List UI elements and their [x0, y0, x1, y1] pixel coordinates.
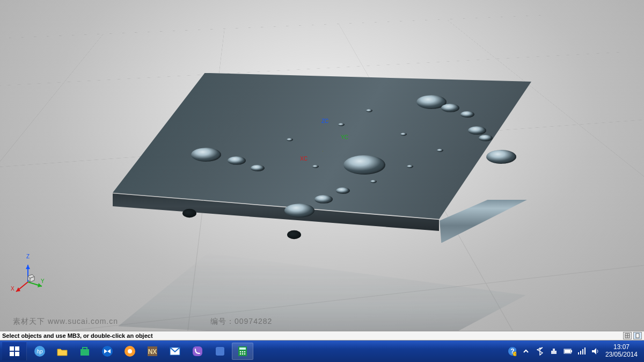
- plate-hole-small[interactable]: [366, 109, 373, 112]
- svg-rect-18: [636, 334, 639, 338]
- store-icon: [78, 345, 91, 358]
- taskbar-app-store[interactable]: [74, 343, 96, 360]
- nx-icon: NX: [146, 345, 159, 358]
- plate-hole-small[interactable]: [400, 133, 407, 136]
- plate-hole[interactable]: [485, 149, 517, 164]
- axis-z-label: Z: [26, 254, 30, 259]
- svg-rect-36: [216, 347, 224, 356]
- svg-rect-53: [565, 350, 570, 353]
- media-icon: [123, 345, 136, 358]
- taskbar-app-outlook[interactable]: [164, 343, 186, 360]
- svg-point-31: [128, 349, 132, 353]
- svg-rect-57: [584, 347, 586, 354]
- svg-rect-56: [582, 349, 583, 354]
- svg-rect-19: [10, 346, 14, 351]
- work-csys[interactable]: ZC YC XC: [323, 146, 323, 153]
- svg-rect-35: [193, 346, 202, 356]
- svg-point-39: [240, 351, 241, 353]
- clock-date: 23/05/2014: [605, 351, 638, 359]
- taskbar-app-nx[interactable]: NX: [142, 343, 163, 360]
- tray-battery-icon[interactable]: [564, 347, 572, 356]
- tray-chevron-up-icon[interactable]: [522, 347, 530, 356]
- windows-taskbar[interactable]: hp NX ?! 13:07 23/05/2014: [0, 341, 644, 362]
- svg-point-43: [242, 353, 244, 355]
- taskbar-app-viber[interactable]: [187, 343, 208, 360]
- svg-rect-50: [553, 349, 555, 351]
- svg-rect-54: [578, 352, 579, 354]
- start-button[interactable]: [2, 342, 27, 360]
- system-tray[interactable]: ?! 13:07 23/05/2014: [508, 344, 642, 359]
- svg-rect-21: [10, 352, 14, 356]
- svg-rect-38: [239, 347, 246, 350]
- clock-time: 13:07: [605, 344, 638, 351]
- viber-icon: [191, 345, 204, 358]
- axis-z-label: ZC: [321, 118, 328, 124]
- taskbar-app-media[interactable]: [119, 343, 141, 360]
- status-prompt: Select objects and use MB3, or double-cl…: [2, 332, 153, 339]
- svg-rect-49: [551, 351, 557, 354]
- plate-hole-small[interactable]: [287, 138, 294, 141]
- plate-side-hole[interactable]: [287, 230, 301, 239]
- taskbar-clock[interactable]: 13:07 23/05/2014: [605, 344, 638, 359]
- plate-hole-small[interactable]: [437, 149, 444, 152]
- cad-plate-model[interactable]: [113, 73, 531, 245]
- taskbar-app-calculator[interactable]: [232, 343, 253, 360]
- grid-icon: [625, 333, 630, 338]
- plate-hole-small[interactable]: [407, 165, 414, 168]
- calculator-icon: [236, 345, 249, 358]
- svg-rect-52: [571, 350, 572, 352]
- axis-x-label: XC: [300, 156, 308, 162]
- page-icon: [635, 333, 640, 338]
- axis-x-label: X: [11, 286, 14, 292]
- plate-hole-small[interactable]: [312, 165, 319, 168]
- svg-point-40: [242, 351, 244, 353]
- tray-volume-icon[interactable]: [591, 347, 600, 356]
- teamviewer-icon: [101, 345, 114, 358]
- svg-rect-55: [580, 351, 581, 354]
- axis-y-label: Y: [41, 278, 45, 284]
- svg-text:hp: hp: [36, 349, 43, 354]
- svg-rect-20: [15, 346, 19, 351]
- view-triad[interactable]: Z Y X: [13, 262, 43, 292]
- windows-logo-icon: [9, 345, 20, 357]
- tray-wifi-icon[interactable]: [577, 347, 586, 356]
- svg-point-42: [240, 353, 241, 355]
- plate-hole-small[interactable]: [370, 180, 377, 183]
- svg-text:NX: NX: [148, 348, 157, 356]
- app-icon: [214, 345, 226, 358]
- tray-bluetooth-icon[interactable]: [536, 347, 544, 356]
- svg-marker-58: [592, 348, 596, 354]
- status-toggle-2[interactable]: [633, 332, 642, 339]
- svg-point-44: [244, 353, 246, 355]
- taskbar-app-teamviewer[interactable]: [97, 343, 118, 360]
- cad-viewport[interactable]: ZC YC XC Z Y X 素材天下 www.sucai.com.cn 编号：…: [0, 0, 644, 331]
- plate-hole-small[interactable]: [338, 123, 345, 126]
- svg-point-41: [244, 351, 246, 353]
- tray-safely-remove-icon[interactable]: [550, 347, 558, 356]
- axis-y-label: YC: [341, 134, 348, 140]
- svg-rect-22: [15, 352, 19, 356]
- status-bar: Select objects and use MB3, or double-cl…: [0, 331, 644, 341]
- taskbar-app-hp[interactable]: hp: [29, 343, 50, 360]
- folder-icon: [56, 345, 69, 358]
- svg-marker-7: [26, 265, 30, 269]
- outlook-icon: [169, 345, 181, 358]
- status-toggle-1[interactable]: [623, 332, 632, 339]
- svg-text:!: !: [515, 352, 516, 356]
- taskbar-app-misc[interactable]: [209, 343, 231, 360]
- taskbar-app-explorer[interactable]: [52, 343, 73, 360]
- svg-rect-26: [83, 347, 87, 350]
- hp-icon: hp: [33, 345, 46, 358]
- triad-cube-icon[interactable]: [26, 273, 35, 283]
- tray-help-icon[interactable]: ?!: [508, 347, 516, 356]
- plate-side-hole[interactable]: [182, 208, 196, 218]
